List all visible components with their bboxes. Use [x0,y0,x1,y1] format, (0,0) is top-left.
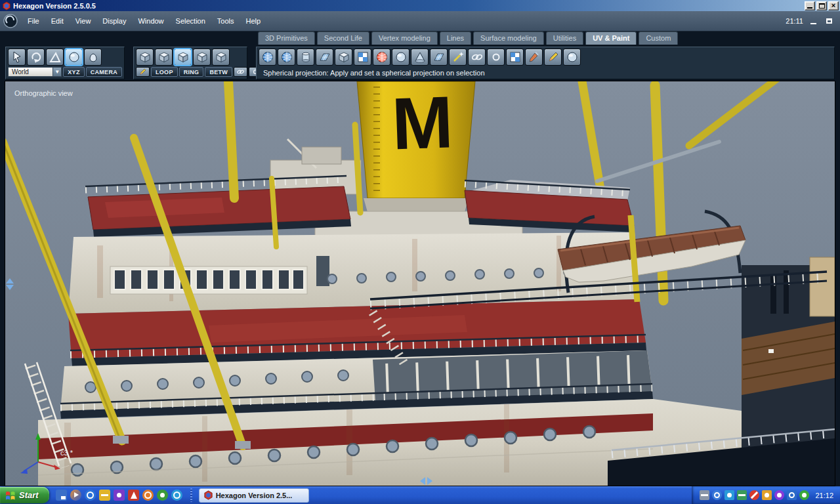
usb-icon[interactable] [787,490,797,500]
green-app-icon[interactable] [157,490,168,501]
camera-button[interactable]: CAMERA [86,67,122,77]
menu-edit[interactable]: Edit [45,15,70,27]
cube-faces-icon[interactable] [174,49,192,66]
taskbar-task-hexagon[interactable]: Hexagon Version 2.5... [199,488,309,503]
view-mode-label: Orthographic view [14,89,73,97]
browser-alt-icon[interactable] [142,490,154,501]
menu-selection[interactable]: Selection [170,15,211,27]
pan-vertical-widget[interactable] [6,274,14,294]
uv-paint-tool-panel: Spherical projection: Apply and set a sp… [256,47,835,79]
tab-vertex-modeling[interactable]: Vertex modeling [371,32,438,45]
taskbar-separator [190,488,192,502]
toolbar: World ▼ XYZ CAMERA LOOP RING BETW [0,45,840,81]
menu-clock: 21:11 [786,17,803,25]
windows-flag-icon [5,490,16,501]
funnel-letter: M [390,81,455,165]
shield-icon[interactable] [799,490,809,500]
search-tray-icon[interactable] [712,490,722,500]
quick-launch [49,490,188,501]
paint-brush-icon[interactable] [525,49,543,66]
cube-edges-icon[interactable] [155,49,173,66]
ring-button[interactable]: RING [179,67,204,77]
app-icon [2,1,11,10]
pencil-select-icon[interactable] [136,67,150,77]
menu-tools[interactable]: Tools [211,15,240,27]
window-close-button[interactable]: × [828,1,839,10]
menu-help[interactable]: Help [240,15,267,27]
cube-object-icon[interactable] [193,49,211,66]
blue-sphere-icon[interactable] [171,490,182,501]
stitch-uvs-icon[interactable] [468,49,486,66]
cylindrical-projection-icon[interactable] [297,49,314,66]
triangle-ruler-icon[interactable] [46,49,64,66]
select-arrow-icon[interactable] [8,49,26,66]
unfold-uv-icon[interactable] [430,49,448,66]
chain-link-icon[interactable] [234,67,247,77]
loop-button[interactable]: LOOP [151,67,178,77]
world-selector-value: World [12,68,29,75]
tab-3d-primitives[interactable]: 3D Primitives [258,32,315,45]
spherical-projection-icon[interactable] [259,49,276,66]
material-ball-icon[interactable] [563,49,581,66]
tab-uv-paint[interactable]: UV & Paint [585,32,637,45]
hexagon-app-icon [203,490,213,500]
cubic-projection-icon[interactable] [335,49,352,66]
mail-icon[interactable] [99,490,110,501]
magic-wand-icon[interactable] [449,49,467,66]
checker-map-icon[interactable] [354,49,371,66]
sphere-tool-icon[interactable] [65,49,83,66]
transform-tool-panel: World ▼ XYZ CAMERA [5,47,125,79]
shaded-sphere-icon[interactable] [392,49,410,66]
betw-button[interactable]: BETW [205,67,232,77]
acrobat-icon[interactable] [128,490,139,501]
menu-file[interactable]: File [22,15,45,27]
cone-projection-icon[interactable] [411,49,429,66]
xyz-button[interactable]: XYZ [63,67,84,77]
menu-window[interactable]: Window [132,15,169,27]
tool-status-text: Spherical projection: Apply and set a sp… [258,66,833,77]
viewport-3d[interactable]: M [5,81,835,486]
child-restore-button[interactable] [824,17,835,26]
menu-display[interactable]: Display [96,15,132,27]
volume-icon[interactable] [724,490,734,500]
pin-uv-icon[interactable] [487,49,505,66]
start-label: Start [19,490,39,500]
planar-projection-icon[interactable] [316,49,333,66]
image-app-icon[interactable] [114,490,125,501]
menu-view[interactable]: View [70,15,97,27]
remote-desktop-icon[interactable] [700,490,709,500]
internet-explorer-icon[interactable] [85,490,96,501]
updates-icon[interactable] [762,490,772,500]
antivirus-icon[interactable] [749,490,759,500]
tab-lines[interactable]: Lines [440,32,471,45]
show-desktop-icon[interactable] [56,490,67,501]
chevron-down-icon: ▼ [52,68,61,76]
tab-second-life[interactable]: Second Life [317,32,369,45]
scene-canvas[interactable]: M [5,81,835,486]
world-selector[interactable]: World ▼ [8,67,62,77]
window-minimize-button[interactable] [805,1,815,10]
tab-utilities[interactable]: Utilities [546,32,583,45]
cube-multi-icon[interactable] [212,49,230,66]
rotate-view-icon[interactable] [27,49,45,66]
media-player-icon[interactable] [70,490,81,501]
selection-mode-panel: LOOP RING BETW [133,47,247,79]
pan-horizontal-widget[interactable] [416,477,436,485]
pencil-tool-icon[interactable] [544,49,562,66]
window-maximize-button[interactable] [816,1,827,10]
start-button[interactable]: Start [0,487,49,503]
spherical-projection-alt-icon[interactable] [278,49,295,66]
texture-swatch-icon[interactable] [506,49,524,66]
spherical-projection-red-icon[interactable] [373,49,390,66]
tab-surface-modeling[interactable]: Surface modeling [473,32,544,45]
messenger-icon[interactable] [774,490,784,500]
network-icon[interactable] [737,490,747,500]
hexagon-logo-icon [3,14,18,28]
menu-bar: File Edit View Display Window Selection … [0,11,840,32]
window-title: Hexagon Version 2.5.0.5 [13,2,96,10]
tab-custom[interactable]: Custom [639,32,678,45]
cube-points-icon[interactable] [136,49,154,66]
child-minimize-button[interactable] [808,17,819,26]
soft-selection-icon[interactable] [84,49,102,66]
selection-label: c3 * [60,449,74,457]
